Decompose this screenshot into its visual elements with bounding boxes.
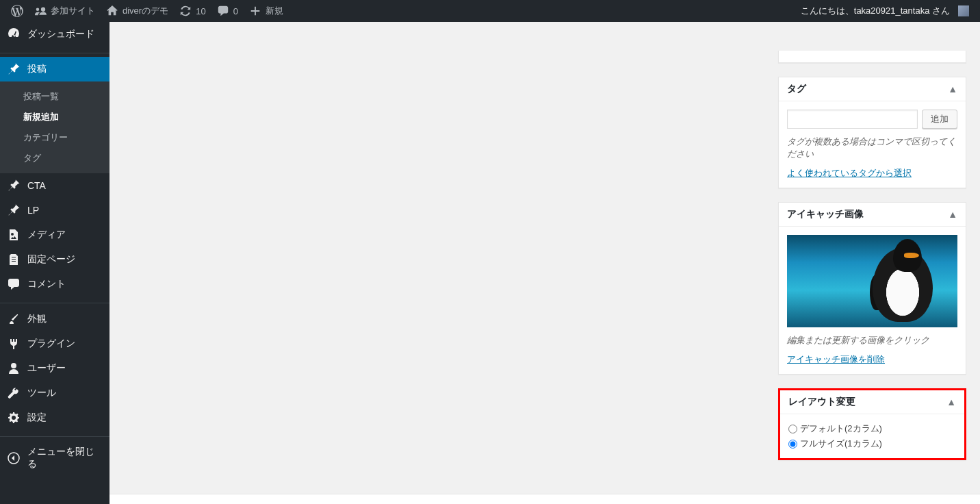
menu-separator — [0, 300, 109, 303]
new-content[interactable]: 新規 — [244, 0, 289, 22]
menu-tools-label: ツール — [27, 387, 56, 399]
toggle-icon[interactable]: ▲ — [946, 396, 956, 407]
menu-pages[interactable]: 固定ページ — [0, 247, 109, 272]
plus-icon — [249, 5, 261, 17]
editor-area — [109, 44, 778, 494]
menu-users[interactable]: ユーザー — [0, 356, 109, 381]
admin-sidebar: ダッシュボード 投稿 投稿一覧 新規追加 カテゴリー タグ CTA LP メディ… — [0, 22, 109, 504]
featured-image-metabox: アイキャッチ画像 ▲ 編集または更新する画像をクリック アイキャッチ画像を削除 — [778, 202, 966, 375]
tag-input[interactable] — [787, 110, 918, 129]
comment-icon — [7, 277, 21, 291]
menu-cta-label: CTA — [27, 180, 46, 191]
refresh-icon — [179, 5, 192, 17]
content-area: タグ ▲ 追加 タグが複数ある場合はコンマで区切ってください よく使われているタ… — [109, 44, 980, 494]
penguin-beak — [904, 253, 919, 258]
layout-body: デフォルト(2カラム) フルサイズ(1カラム) — [780, 414, 964, 458]
tag-input-row: 追加 — [787, 110, 957, 129]
featured-howto: 編集または更新する画像をクリック — [787, 334, 957, 346]
menu-dashboard-label: ダッシュボード — [27, 28, 94, 40]
my-account[interactable]: こんにちは、taka20921_tantaka さん — [795, 0, 975, 22]
admin-bar: 参加サイト diverのデモ 10 0 新規 こんにちは、taka20921_t… — [0, 0, 980, 22]
menu-lp[interactable]: LP — [0, 198, 109, 223]
layout-default-option[interactable]: デフォルト(2カラム) — [788, 423, 882, 435]
tags-header: タグ ▲ — [779, 77, 966, 101]
tags-title: タグ — [787, 83, 806, 95]
submenu-all-posts[interactable]: 投稿一覧 — [0, 86, 109, 107]
greeting-text: こんにちは、taka20921_tantaka さん — [801, 5, 950, 17]
wrench-icon — [7, 386, 21, 400]
featured-title: アイキャッチ画像 — [787, 208, 864, 220]
menu-dashboard[interactable]: ダッシュボード — [0, 22, 109, 47]
pin-icon — [7, 179, 21, 192]
comment-icon — [217, 5, 229, 17]
my-sites-label: 参加サイト — [51, 5, 95, 17]
menu-posts[interactable]: 投稿 — [0, 57, 109, 81]
layout-default-label: デフォルト(2カラム) — [800, 423, 882, 435]
pin-icon — [7, 203, 21, 217]
layout-title: レイアウト変更 — [788, 396, 855, 408]
submenu-categories[interactable]: カテゴリー — [0, 127, 109, 148]
choose-tags-link[interactable]: よく使われているタグから選択 — [787, 168, 912, 178]
menu-plugins[interactable]: プラグイン — [0, 331, 109, 356]
site-name-label: diverのデモ — [122, 5, 168, 17]
remove-featured-link[interactable]: アイキャッチ画像を削除 — [787, 354, 885, 364]
pin-icon — [7, 62, 21, 76]
network-icon — [34, 5, 47, 17]
wp-logo[interactable] — [5, 0, 29, 22]
comments-bar[interactable]: 0 — [211, 0, 244, 22]
menu-media[interactable]: メディア — [0, 223, 109, 247]
comments-count: 0 — [233, 6, 238, 16]
admin-bar-left: 参加サイト diverのデモ 10 0 新規 — [5, 0, 289, 22]
menu-lp-label: LP — [27, 205, 39, 216]
layout-full-radio[interactable] — [788, 440, 797, 449]
avatar — [958, 5, 969, 16]
toggle-icon[interactable]: ▲ — [948, 209, 957, 220]
collapse-icon — [7, 451, 21, 465]
tags-howto: タグが複数ある場合はコンマで区切ってください — [787, 136, 957, 160]
tags-body: 追加 タグが複数ある場合はコンマで区切ってください よく使われているタグから選択 — [779, 101, 966, 188]
menu-plugins-label: プラグイン — [27, 338, 75, 350]
menu-settings[interactable]: 設定 — [0, 405, 109, 430]
toggle-icon[interactable]: ▲ — [948, 84, 957, 94]
add-tag-button[interactable]: 追加 — [922, 110, 957, 129]
menu-collapse-label: メニューを閉じる — [27, 446, 103, 470]
brush-icon — [7, 312, 21, 326]
submenu-tags[interactable]: タグ — [0, 148, 109, 168]
empty-postbox — [778, 51, 966, 63]
updates[interactable]: 10 — [174, 0, 211, 22]
menu-comments-label: コメント — [27, 278, 66, 290]
my-sites[interactable]: 参加サイト — [29, 0, 101, 22]
menu-tools[interactable]: ツール — [0, 381, 109, 405]
media-icon — [7, 228, 21, 242]
page-icon — [7, 253, 21, 266]
menu-users-label: ユーザー — [27, 362, 66, 375]
admin-bar-right: こんにちは、taka20921_tantaka さん — [795, 0, 975, 22]
site-name[interactable]: diverのデモ — [101, 0, 174, 22]
featured-image-thumbnail[interactable] — [787, 235, 957, 327]
dashboard-icon — [7, 27, 21, 41]
wordpress-icon — [11, 5, 23, 17]
layout-options: デフォルト(2カラム) フルサイズ(1カラム) — [788, 423, 956, 450]
menu-separator — [0, 50, 109, 53]
new-label: 新規 — [266, 5, 283, 17]
plugin-icon — [7, 337, 21, 351]
submenu-posts: 投稿一覧 新規追加 カテゴリー タグ — [0, 81, 109, 173]
menu-collapse[interactable]: メニューを閉じる — [0, 440, 109, 476]
user-icon — [7, 362, 21, 375]
menu-settings-label: 設定 — [27, 412, 47, 424]
metabox-column: タグ ▲ 追加 タグが複数ある場合はコンマで区切ってください よく使われているタ… — [778, 44, 980, 494]
menu-media-label: メディア — [27, 229, 66, 241]
menu-appearance[interactable]: 外観 — [0, 307, 109, 331]
menu-comments[interactable]: コメント — [0, 272, 109, 297]
submenu-new-post[interactable]: 新規追加 — [0, 107, 109, 127]
main-content: タグ ▲ 追加 タグが複数ある場合はコンマで区切ってください よく使われているタ… — [109, 44, 980, 504]
featured-header: アイキャッチ画像 ▲ — [779, 203, 966, 227]
layout-full-label: フルサイズ(1カラム) — [800, 438, 882, 450]
layout-full-option[interactable]: フルサイズ(1カラム) — [788, 438, 882, 450]
menu-cta[interactable]: CTA — [0, 173, 109, 198]
tags-metabox: タグ ▲ 追加 タグが複数ある場合はコンマで区切ってください よく使われているタ… — [778, 77, 966, 188]
menu-separator — [0, 433, 109, 437]
layout-metabox: レイアウト変更 ▲ デフォルト(2カラム) フルサイズ(1カラム) — [778, 388, 966, 460]
layout-default-radio[interactable] — [788, 425, 797, 433]
home-icon — [106, 5, 118, 17]
